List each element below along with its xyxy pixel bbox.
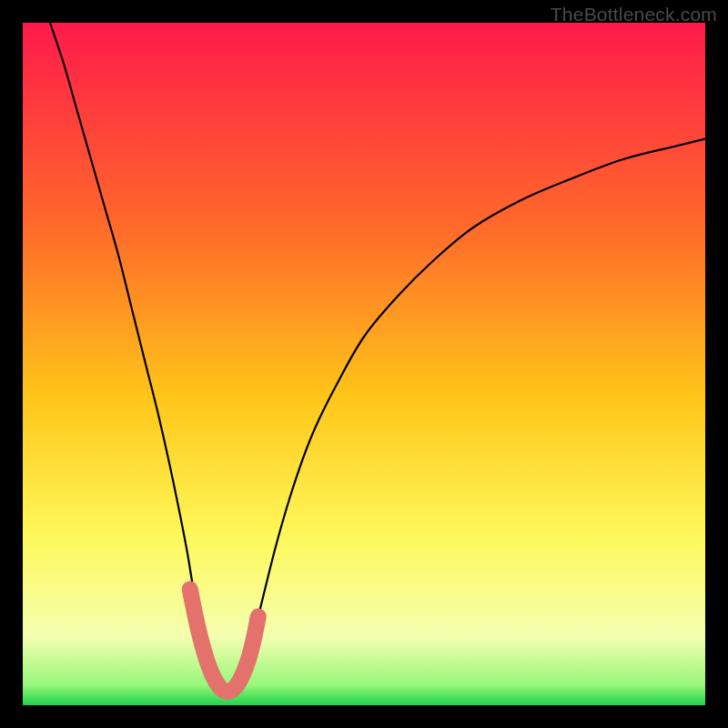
chart-background [23,23,705,705]
chart-svg [23,23,705,705]
bottleneck-chart [23,23,705,705]
